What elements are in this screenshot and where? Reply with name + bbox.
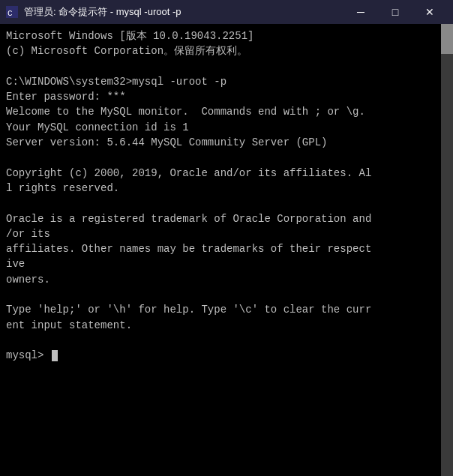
close-button[interactable]: ✕ bbox=[412, 0, 447, 24]
terminal-line: /or its bbox=[6, 226, 447, 241]
terminal-line: Server version: 5.6.44 MySQL Community S… bbox=[6, 135, 447, 150]
scrollbar[interactable] bbox=[441, 24, 453, 476]
cmd-icon: C bbox=[6, 6, 18, 18]
terminal-line: Microsoft Windows [版本 10.0.19043.2251] bbox=[6, 28, 447, 43]
minimize-button[interactable]: ─ bbox=[344, 0, 378, 24]
terminal-line: Oracle is a registered trademark of Orac… bbox=[6, 211, 447, 226]
terminal-line bbox=[6, 287, 447, 302]
terminal-line: l rights reserved. bbox=[6, 181, 447, 196]
cursor bbox=[52, 350, 58, 361]
terminal-line: owners. bbox=[6, 272, 447, 287]
terminal-line: C:\WINDOWS\system32>mysql -uroot -p bbox=[6, 74, 447, 89]
maximize-button[interactable]: □ bbox=[378, 0, 412, 24]
terminal-line: (c) Microsoft Corporation。保留所有权利。 bbox=[6, 43, 447, 58]
terminal-line: affiliates. Other names may be trademark… bbox=[6, 241, 447, 256]
window-title: 管理员: 命令提示符 - mysql -uroot -p bbox=[24, 5, 181, 19]
terminal-line bbox=[6, 59, 447, 74]
title-bar: C 管理员: 命令提示符 - mysql -uroot -p ─ □ ✕ bbox=[0, 0, 453, 24]
terminal-window[interactable]: Microsoft Windows [版本 10.0.19043.2251](c… bbox=[0, 24, 453, 476]
terminal-line bbox=[6, 333, 447, 348]
scrollbar-thumb[interactable] bbox=[441, 24, 453, 54]
terminal-line: Type 'help;' or '\h' for help. Type '\c'… bbox=[6, 302, 447, 317]
window-controls: ─ □ ✕ bbox=[344, 0, 447, 24]
terminal-line: Copyright (c) 2000, 2019, Oracle and/or … bbox=[6, 166, 447, 181]
terminal-line: ent input statement. bbox=[6, 318, 447, 333]
svg-text:C: C bbox=[8, 9, 13, 18]
terminal-line: Your MySQL connection id is 1 bbox=[6, 120, 447, 135]
terminal-line: Welcome to the MySQL monitor. Commands e… bbox=[6, 104, 447, 119]
terminal-line bbox=[6, 150, 447, 165]
terminal-line bbox=[6, 196, 447, 211]
title-bar-left: C 管理员: 命令提示符 - mysql -uroot -p bbox=[6, 5, 181, 19]
terminal-line: Enter password: *** bbox=[6, 89, 447, 104]
terminal-output: Microsoft Windows [版本 10.0.19043.2251](c… bbox=[6, 28, 447, 364]
prompt-line: mysql> bbox=[6, 348, 447, 363]
terminal-line: ive bbox=[6, 256, 447, 271]
